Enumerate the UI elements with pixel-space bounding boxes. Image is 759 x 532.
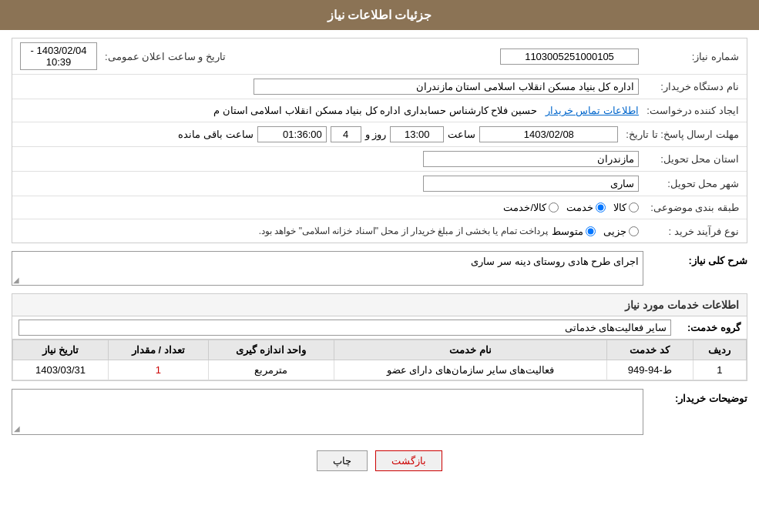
page-title: جزئیات اطلاعات نیاز xyxy=(327,8,432,22)
tawzihat-section: توضیحات خریدار: ◢ xyxy=(12,389,747,435)
tarikh-value-cell: 1403/02/04 - 10:39 xyxy=(16,41,101,72)
ijad-text: حسین فلاح کارشناس حسابداری اداره کل بنیا… xyxy=(213,105,537,116)
tabaqe-khedmat-label: خدمت xyxy=(566,202,593,213)
shomara-value-cell: 1103005251000105 xyxy=(230,47,643,66)
table-head: ردیف کد خدمت نام خدمت واحد اندازه گیری ت… xyxy=(13,340,747,360)
cell-vahed: مترمربع xyxy=(208,360,334,380)
row-dastgah: نام دستگاه خریدار: اداره کل بنیاد مسکن ا… xyxy=(12,75,747,99)
tawzihat-box: ◢ xyxy=(12,389,643,435)
tabaqe-khedmat-radio[interactable] xyxy=(596,202,606,212)
table-body: 1 ط-94-949 فعالیت‌های سایر سازمان‌های دا… xyxy=(13,360,747,380)
row-ijad: ایجاد کننده درخواست: اطلاعات تماس خریدار… xyxy=(12,99,747,122)
nooe-jozi-item: جزیی xyxy=(603,226,639,237)
nooe-motavaset-label: متوسط xyxy=(552,226,583,237)
col-vahed: واحد اندازه گیری xyxy=(208,340,334,360)
shahr-label: شهر محل تحویل: xyxy=(643,176,743,191)
tabaqe-radio-group: کالا خدمت کالا/خدمت xyxy=(20,202,639,213)
tabaqe-kalakhedmat-label: کالا/خدمت xyxy=(503,202,546,213)
shomara-input: 1103005251000105 xyxy=(500,49,639,65)
col-radif: ردیف xyxy=(693,340,746,360)
tabaqe-kalakhedmat-item: کالا/خدمت xyxy=(503,202,559,213)
mohlat-baqi: ساعت باقی مانده xyxy=(178,129,253,140)
khadamat-section: اطلاعات خدمات مورد نیاز گروه خدمت: سایر … xyxy=(12,293,747,381)
goroh-row: گروه خدمت: سایر فعالیت‌های خدماتی xyxy=(12,316,747,340)
nooe-label: نوع فرآیند خرید : xyxy=(643,224,743,239)
mohlat-saat-label: ساعت xyxy=(448,129,475,140)
tabaqe-khedmat-item: خدمت xyxy=(566,202,606,213)
mohlat-saat: 13:00 xyxy=(390,126,444,142)
dastgah-input: اداره کل بنیاد مسکن انقلاب اسلامی استان … xyxy=(254,79,639,95)
goroh-value: سایر فعالیت‌های خدماتی xyxy=(18,320,671,336)
col-kod: کد خدمت xyxy=(607,340,694,360)
ijad-value-cell: اطلاعات تماس خریدار حسین فلاح کارشناس حس… xyxy=(16,103,643,118)
dastgah-label: نام دستگاه خریدار: xyxy=(643,79,743,94)
khadamat-table: ردیف کد خدمت نام خدمت واحد اندازه گیری ت… xyxy=(12,340,747,380)
dastgah-value-cell: اداره کل بنیاد مسکن انقلاب اسلامی استان … xyxy=(16,77,643,96)
mohlat-date: 1403/02/08 xyxy=(479,126,618,142)
nooe-motavaset-radio[interactable] xyxy=(586,226,596,236)
print-button[interactable]: چاپ xyxy=(317,450,368,471)
resize-icon: ◢ xyxy=(13,276,19,284)
col-tedad: تعداد / مقدار xyxy=(108,340,208,360)
cell-name: فعالیت‌های سایر سازمان‌های دارای عضو xyxy=(334,360,607,380)
nooe-motavaset-item: متوسط xyxy=(552,226,596,237)
tarikh-input: 1403/02/04 - 10:39 xyxy=(20,42,97,70)
buttons-row: بازگشت چاپ xyxy=(12,443,747,479)
ostan-label: استان محل تحویل: xyxy=(643,152,743,166)
khadamat-table-container: ردیف کد خدمت نام خدمت واحد اندازه گیری ت… xyxy=(12,340,747,381)
row-shomara: شماره نیاز: 1103005251000105 تاریخ و ساع… xyxy=(12,38,747,75)
sharh-section: شرح کلی نیاز: اجرای طرح هادی روستای دینه… xyxy=(12,251,747,286)
nooe-row: جزیی متوسط پرداخت تمام یا بخشی از مبلغ خ… xyxy=(20,226,639,237)
goroh-label: گروه خدمت: xyxy=(671,322,741,333)
sharh-input: اجرای طرح هادی روستای دینه سر ساری xyxy=(12,251,643,286)
ostan-value-cell: مازندران xyxy=(16,149,643,169)
tarikh-label: تاریخ و ساعت اعلان عمومی: xyxy=(101,49,230,64)
nooe-jozi-radio[interactable] xyxy=(629,226,639,236)
mohlat-label: مهلت ارسال پاسخ: تا تاریخ: xyxy=(622,127,743,142)
sharh-label: شرح کلی نیاز: xyxy=(647,251,747,266)
mohlat-row: 1403/02/08 ساعت 13:00 روز و 4 01:36:00 س… xyxy=(20,126,618,142)
tabaqe-kalakhedmat-radio[interactable] xyxy=(549,202,559,212)
mohlat-rooz-label: روز و xyxy=(365,129,387,140)
tabaqe-kala-item: کالا xyxy=(613,202,639,213)
info-section: شماره نیاز: 1103005251000105 تاریخ و ساع… xyxy=(12,38,747,243)
ostan-input: مازندران xyxy=(423,151,639,167)
nooe-note: پرداخت تمام یا بخشی از مبلغ خریدار از مح… xyxy=(259,226,548,236)
shomara-label: شماره نیاز: xyxy=(643,49,743,64)
back-button[interactable]: بازگشت xyxy=(375,450,442,471)
page-header: جزئیات اطلاعات نیاز xyxy=(0,0,759,30)
nooe-jozi-label: جزیی xyxy=(603,226,626,237)
khadamat-header: اطلاعات خدمات مورد نیاز xyxy=(12,293,747,316)
tabaqe-kala-label: کالا xyxy=(613,202,626,213)
table-row: 1 ط-94-949 فعالیت‌های سایر سازمان‌های دا… xyxy=(13,360,747,380)
shahr-input: ساری xyxy=(423,176,639,192)
cell-tedad: 1 xyxy=(108,360,208,380)
tabaqe-label: طبقه بندی موضوعی: xyxy=(643,200,743,215)
cell-radif: 1 xyxy=(693,360,746,380)
row-shahr: شهر محل تحویل: ساری xyxy=(12,172,747,196)
cell-kod: ط-94-949 xyxy=(607,360,694,380)
ijad-link[interactable]: اطلاعات تماس خریدار xyxy=(546,105,639,116)
row-ostan: استان محل تحویل: مازندران xyxy=(12,147,747,172)
cell-tarikh: 1403/03/31 xyxy=(13,360,109,380)
mohlat-value-cell: 1403/02/08 ساعت 13:00 روز و 4 01:36:00 س… xyxy=(16,125,622,144)
shahr-value-cell: ساری xyxy=(16,174,643,193)
tabaqe-kala-radio[interactable] xyxy=(629,202,639,212)
tabaqe-value-cell: کالا خدمت کالا/خدمت xyxy=(16,200,643,215)
row-mohlat: مهلت ارسال پاسخ: تا تاریخ: 1403/02/08 سا… xyxy=(12,122,747,147)
nooe-radio-group: جزیی متوسط xyxy=(552,226,639,237)
ijad-label: ایجاد کننده درخواست: xyxy=(643,103,743,118)
row-tabaqe: طبقه بندی موضوعی: کالا خدمت xyxy=(12,196,747,219)
col-tarikh: تاریخ نیاز xyxy=(13,340,109,360)
mohlat-rooz: 4 xyxy=(331,126,361,142)
tawzihat-label: توضیحات خریدار: xyxy=(647,389,747,404)
tawzihat-resize-icon: ◢ xyxy=(14,424,20,433)
row-nooe: نوع فرآیند خرید : جزیی متوسط xyxy=(12,219,747,243)
col-name: نام خدمت xyxy=(334,340,607,360)
mohlat-time: 01:36:00 xyxy=(257,126,327,142)
nooe-value-cell: جزیی متوسط پرداخت تمام یا بخشی از مبلغ خ… xyxy=(16,224,643,239)
table-header-row: ردیف کد خدمت نام خدمت واحد اندازه گیری ت… xyxy=(13,340,747,360)
sharh-container: اجرای طرح هادی روستای دینه سر ساری ◢ xyxy=(12,251,643,286)
